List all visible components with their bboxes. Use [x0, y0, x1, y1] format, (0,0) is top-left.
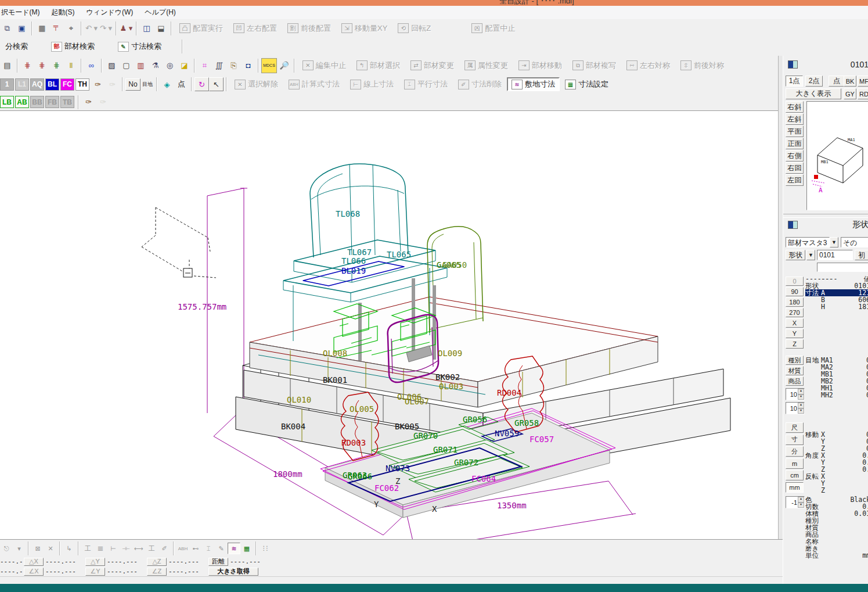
spinner-up-icon[interactable]: ▲ — [798, 497, 804, 503]
find-icon[interactable]: 🔎 — [277, 59, 291, 73]
copy-icon[interactable]: ⧉ — [0, 21, 15, 35]
flask-icon[interactable]: ⚗ — [148, 59, 163, 73]
pencil-icon[interactable]: ✐ — [158, 543, 171, 554]
blend-button-item-bb[interactable]: BB — [30, 96, 44, 108]
shape-code-field[interactable]: 0101 — [817, 250, 853, 260]
view-item-[interactable]: 右側 — [786, 150, 804, 162]
dim-left-icon[interactable]: ⊢ — [107, 543, 120, 554]
category-item-[interactable]: 商品 — [786, 376, 804, 386]
property-row[interactable]: Y0 — [805, 438, 868, 445]
property-row[interactable]: B606 — [805, 296, 868, 303]
property-row[interactable]: Z — [805, 487, 868, 494]
dim-mid-icon[interactable]: ⊣⊢ — [120, 543, 132, 554]
dim-height2-icon[interactable]: 𝌆 — [94, 543, 107, 554]
axis-x[interactable]: X — [786, 318, 804, 328]
status-button-item-x[interactable]: ∠X — [24, 568, 44, 576]
search-item-[interactable]: 分検索 — [0, 40, 33, 53]
dim-item-[interactable]: ✕選択解除 — [229, 78, 283, 91]
span-icon[interactable]: Ⅱ — [64, 59, 78, 73]
search-item-[interactable]: 部部材検索 — [46, 40, 100, 53]
panel-header-top[interactable]: 0101 — [784, 58, 868, 71]
delete-icon[interactable]: ✕ — [44, 543, 57, 554]
master-dropdown-value[interactable]: 部材マスタ3 — [786, 237, 830, 247]
corner-item-gy[interactable]: GY — [844, 88, 856, 99]
placement-item-z[interactable]: ⟲回転Z — [392, 22, 436, 35]
category-item-[interactable]: 種別 — [786, 356, 804, 365]
cursor-clear-icon[interactable]: ⊠ — [31, 543, 44, 554]
category-item-[interactable]: 材質 — [786, 366, 804, 375]
spinner-down-icon[interactable]: ▼ — [798, 394, 804, 400]
dim-vert-icon[interactable]: 工 — [145, 543, 158, 554]
no-button[interactable]: No — [125, 78, 141, 91]
shape-name-field[interactable] — [817, 263, 868, 272]
dim-item-[interactable]: ⌶平行寸法 — [399, 78, 453, 91]
spinner-up-icon[interactable]: ▲ — [798, 403, 804, 408]
edit-item-[interactable]: ⧉部材複写 — [567, 59, 621, 72]
unit-item-mm[interactable]: mm — [786, 482, 804, 493]
rotate-180[interactable]: 180 — [786, 297, 804, 307]
redirect-icon[interactable]: ↳ — [63, 543, 75, 554]
spinner-down-icon[interactable]: ▼ — [798, 408, 804, 414]
paint-clear-icon[interactable]: ✑ — [96, 95, 110, 109]
blend-button-item-fb[interactable]: FB — [45, 96, 59, 108]
columns-c-icon[interactable]: ⋕ — [49, 59, 64, 73]
abh-icon[interactable]: ABH — [177, 543, 189, 554]
dim-edit-icon[interactable]: ✎ — [215, 543, 228, 554]
point-button[interactable]: 点 — [174, 77, 189, 91]
property-row[interactable]: H181 — [805, 303, 868, 310]
clipboard-icon[interactable]: ⎘ — [226, 59, 241, 73]
dim-span-icon[interactable]: ⟷ — [132, 543, 145, 554]
ruler-long-icon[interactable]: ⌶ — [202, 543, 215, 554]
view-item-[interactable]: 正面 — [786, 138, 804, 149]
paint-color-icon[interactable]: ✑ — [81, 95, 96, 109]
spinner-arrows-icon[interactable]: ▲▼ — [798, 497, 804, 508]
shape-suffix-button[interactable]: 初 — [855, 250, 868, 260]
shape-dropdown-arrow-icon[interactable]: ▼ — [806, 250, 815, 260]
master2-dropdown-value[interactable]: その — [841, 237, 868, 247]
point-mode-item-[interactable]: 点 — [829, 76, 845, 87]
menu-item-s[interactable]: 起動(S) — [46, 6, 81, 19]
status-button-item-y[interactable]: △Y — [85, 558, 105, 566]
status-button-item-[interactable]: 距離 — [208, 558, 228, 566]
tile-window-icon[interactable]: ◫ — [139, 21, 154, 35]
shape-button[interactable]: 形状 — [786, 250, 805, 260]
paint-color-icon[interactable]: ✑ — [91, 77, 105, 91]
save-icon[interactable]: ◘ — [241, 59, 255, 73]
property-row[interactable]: 単位mm — [805, 552, 868, 559]
spinner-arrows-icon[interactable]: ▲▼ — [798, 403, 804, 414]
property-row[interactable]: MB10 — [805, 371, 868, 378]
menu-item-w[interactable]: ウィンドウ(W) — [81, 6, 139, 19]
property-row[interactable]: 寸法A121 — [805, 289, 868, 296]
dim-item-[interactable]: ▦寸法設定 — [560, 78, 614, 91]
edit-item-[interactable]: ⇳前後対称 — [675, 59, 729, 72]
rotate-270[interactable]: 270 — [786, 308, 804, 317]
blend-button-item-tb[interactable]: TB — [60, 96, 74, 108]
status-button-item-z[interactable]: △Z — [147, 558, 167, 566]
edit-item-[interactable]: 属属性変更 — [459, 59, 513, 72]
note-icon[interactable]: ◪ — [177, 59, 192, 73]
status-button-item-x[interactable]: △X — [24, 558, 44, 566]
box-icon[interactable]: ▢ — [119, 59, 134, 73]
master-dropdown-arrow-icon[interactable]: ▼ — [830, 237, 838, 247]
grid-pink-icon[interactable]: ⌗ — [197, 59, 212, 73]
view-item-[interactable]: 右斜 — [786, 101, 804, 113]
layer-button-item-1[interactable]: 1 — [0, 78, 14, 91]
target-icon[interactable]: ◎ — [163, 59, 177, 73]
placement-item-xy[interactable]: ⇲移動量XY — [336, 22, 392, 35]
edit-item-[interactable]: ⇥部材移動 — [513, 59, 567, 72]
axis-z[interactable]: Z — [786, 339, 804, 349]
property-row[interactable]: Y0. — [805, 459, 868, 466]
property-row[interactable]: MA20 — [805, 364, 868, 371]
view-item-[interactable]: 左斜 — [786, 113, 804, 125]
unit-item-m[interactable]: m — [786, 458, 804, 469]
unit-item-[interactable]: 尺 — [786, 422, 804, 433]
exit-placement-icon[interactable]: ⎋ — [0, 543, 13, 554]
layer-button-item-th[interactable]: TH — [75, 78, 89, 91]
layer-button-item-bl[interactable]: BL — [45, 78, 59, 91]
corner-item-bk[interactable]: BK — [844, 76, 856, 87]
edit-item-[interactable]: ↰部材選択 — [351, 59, 405, 72]
mini-grid-icon[interactable]: ᎒᎒ — [259, 543, 272, 554]
property-row[interactable]: 角度X0. — [805, 452, 868, 459]
mdcs-icon[interactable]: MDCS — [261, 58, 277, 73]
property-row[interactable]: 移動X0 — [805, 431, 868, 438]
